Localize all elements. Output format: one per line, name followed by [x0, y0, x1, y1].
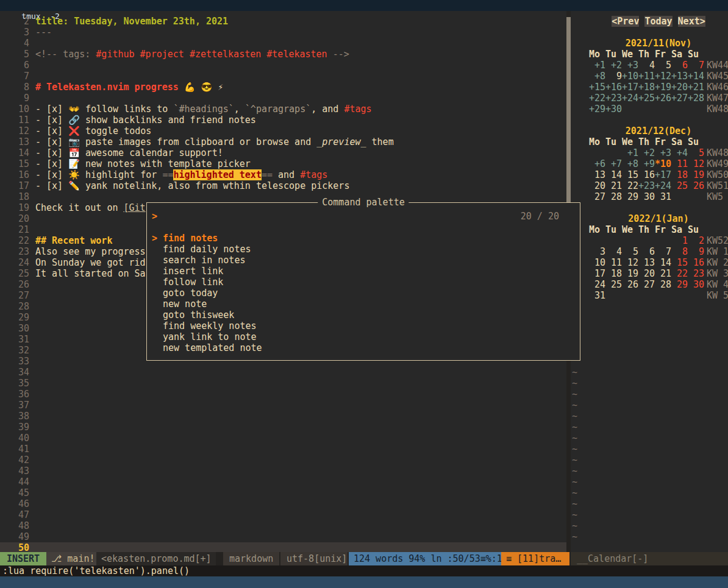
calendar-day[interactable] [605, 235, 622, 246]
calendar-day[interactable] [655, 104, 671, 115]
calendar-day[interactable]: +10 [622, 71, 638, 82]
calendar-day[interactable]: 31 [655, 191, 671, 202]
command-line[interactable]: :lua require('telekasten').panel() [0, 565, 728, 576]
palette-item[interactable]: >find notes [147, 233, 580, 244]
calendar-day[interactable]: 5 [688, 147, 704, 158]
palette-item[interactable]: goto thisweek [147, 310, 580, 321]
calendar-day[interactable] [589, 235, 605, 246]
calendar-day[interactable]: 15 [622, 169, 638, 180]
calendar-day[interactable]: 6 [638, 246, 655, 257]
editor-line[interactable]: 41 [0, 444, 566, 455]
calendar-day[interactable] [605, 147, 622, 158]
calendar-day[interactable]: 10 [589, 257, 605, 268]
calendar-day[interactable]: 20 [638, 268, 655, 279]
calendar-day[interactable]: 16 [688, 257, 704, 268]
calendar-day[interactable] [655, 290, 671, 301]
calendar-day[interactable]: 29 [622, 191, 638, 202]
calendar-day[interactable] [688, 104, 704, 115]
palette-item[interactable]: yank link to note [147, 331, 580, 342]
calendar-day[interactable]: 6 [671, 60, 688, 71]
calendar-day[interactable]: 7 [655, 246, 671, 257]
calendar-day[interactable] [589, 147, 605, 158]
editor-line[interactable]: 50 [0, 542, 566, 552]
palette-item[interactable]: insert link [147, 266, 580, 277]
calendar-day[interactable] [688, 290, 704, 301]
calendar-day[interactable]: 5 [655, 60, 671, 71]
calendar-day[interactable]: 22 [671, 268, 688, 279]
calendar-day[interactable]: +27 [671, 93, 688, 104]
calendar-day[interactable]: +17 [622, 82, 638, 93]
calendar-day[interactable]: 28 [605, 191, 622, 202]
calendar-day[interactable]: +26 [655, 93, 671, 104]
calendar-day[interactable]: 4 [638, 60, 655, 71]
calendar-day[interactable]: +3 [655, 147, 671, 158]
calendar-day[interactable]: +12 [655, 71, 671, 82]
calendar-day[interactable]: 9 [688, 246, 704, 257]
calendar-day[interactable]: 26 [688, 180, 704, 191]
calendar-day[interactable]: +4 [671, 147, 688, 158]
calendar-day[interactable] [622, 290, 638, 301]
calendar-day[interactable]: +13 [671, 71, 688, 82]
calendar-day[interactable]: 26 [622, 279, 638, 290]
calendar-day[interactable]: 30 [688, 279, 704, 290]
calendar-day[interactable]: 12 [622, 257, 638, 268]
editor-line[interactable]: 10- [x] 👐 follow links to `#headings`, `… [0, 104, 566, 115]
calendar-day[interactable]: 29 [671, 279, 688, 290]
editor-line[interactable]: 13- [x] 📷 paste images from clipboard or… [0, 136, 566, 147]
calendar-day[interactable] [671, 191, 688, 202]
palette-item[interactable]: find weekly notes [147, 321, 580, 331]
calendar-day[interactable]: 19 [622, 268, 638, 279]
prev-button[interactable]: <Prev [612, 16, 639, 27]
calendar-day[interactable]: +7 [605, 158, 622, 169]
palette-item[interactable]: goto today [147, 288, 580, 299]
editor-line[interactable]: 18 [0, 191, 566, 202]
calendar-day[interactable]: 18 [605, 268, 622, 279]
today-button[interactable]: Today [644, 16, 672, 27]
editor-line[interactable]: 47 [0, 509, 566, 520]
calendar-day[interactable]: 18 [671, 169, 688, 180]
calendar-day[interactable]: 4 [605, 246, 622, 257]
calendar-day[interactable]: 12 [688, 158, 704, 169]
editor-line[interactable]: 45 [0, 487, 566, 498]
editor-line[interactable]: 39 [0, 422, 566, 433]
calendar-day[interactable]: +15 [589, 82, 605, 93]
calendar-day[interactable]: 19 [688, 169, 704, 180]
calendar-day[interactable]: +23 [638, 180, 655, 191]
palette-item[interactable]: new templated note [147, 342, 580, 353]
calendar-day[interactable]: 1 [671, 235, 688, 246]
calendar-day[interactable]: 31 [589, 290, 605, 301]
calendar-day[interactable]: 14 [605, 169, 622, 180]
calendar-day[interactable]: 13 [589, 169, 605, 180]
calendar-day[interactable]: +2 [605, 60, 622, 71]
editor-line[interactable]: 4 [0, 38, 566, 49]
calendar-day[interactable] [638, 235, 655, 246]
calendar-day[interactable]: 23 [688, 268, 704, 279]
calendar-day[interactable]: 3 [589, 246, 605, 257]
calendar-day[interactable]: 20 [589, 180, 605, 191]
calendar-day[interactable]: +6 [589, 158, 605, 169]
calendar-day[interactable]: 11 [605, 257, 622, 268]
calendar-day[interactable]: 21 [655, 268, 671, 279]
calendar-day[interactable]: +2 [638, 147, 655, 158]
calendar-day[interactable]: 14 [655, 257, 671, 268]
calendar-day[interactable] [605, 290, 622, 301]
calendar-day[interactable] [655, 235, 671, 246]
editor-line[interactable]: 15- [x] 📝 new notes with template picker [0, 158, 566, 169]
palette-item[interactable]: follow link [147, 277, 580, 288]
calendar-day[interactable]: +25 [638, 93, 655, 104]
palette-item[interactable]: find daily notes [147, 244, 580, 255]
editor-line[interactable]: 11- [x] 🔗 show backlinks and friend note… [0, 115, 566, 126]
calendar-day[interactable]: +17 [655, 169, 671, 180]
editor-line[interactable]: 37 [0, 400, 566, 411]
calendar-day[interactable] [671, 104, 688, 115]
editor-line[interactable]: 38 [0, 411, 566, 422]
calendar-day[interactable] [671, 290, 688, 301]
calendar-day[interactable]: +24 [655, 180, 671, 191]
calendar-day[interactable]: +21 [688, 82, 704, 93]
palette-item[interactable]: new note [147, 299, 580, 310]
calendar-day[interactable]: *10 [655, 158, 671, 169]
calendar-day[interactable]: +20 [671, 82, 688, 93]
calendar-day[interactable]: 25 [605, 279, 622, 290]
calendar-day[interactable]: +22 [589, 93, 605, 104]
calendar-day[interactable] [622, 104, 638, 115]
